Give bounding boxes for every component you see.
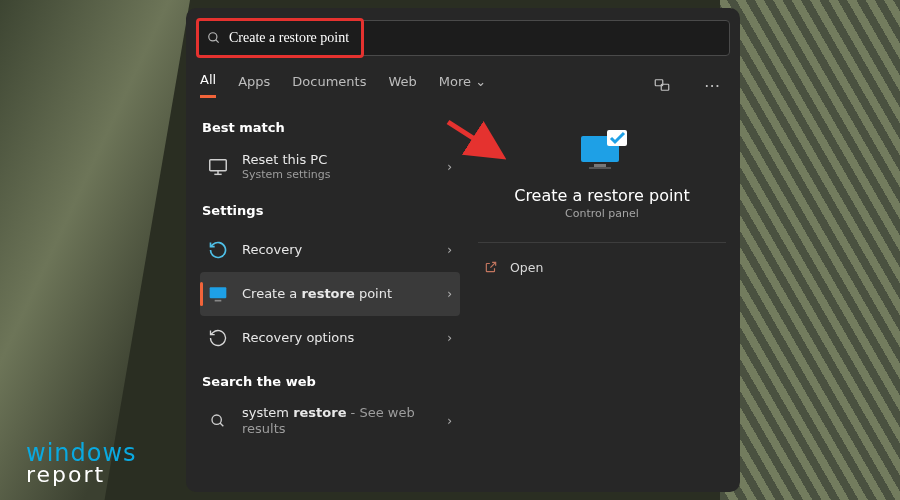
reset-pc-icon (206, 155, 230, 179)
result-label: Recovery (242, 242, 435, 258)
tab-all[interactable]: All (200, 72, 216, 98)
detail-title: Create a restore point (514, 186, 690, 205)
result-title: Reset this PC (242, 152, 435, 168)
separator (478, 242, 726, 243)
filter-tabs: All Apps Documents Web More ⌄ ⋯ (200, 70, 726, 100)
svg-rect-4 (210, 160, 227, 171)
search-panel: All Apps Documents Web More ⌄ ⋯ Best mat… (186, 8, 740, 492)
chevron-right-icon: › (447, 287, 452, 301)
svg-rect-7 (210, 287, 227, 298)
tab-more-label: More (439, 74, 471, 89)
svg-point-9 (212, 415, 221, 424)
chevron-right-icon: › (447, 331, 452, 345)
tab-web[interactable]: Web (388, 74, 416, 97)
result-label: Create a restore point (242, 286, 435, 302)
result-recovery[interactable]: Recovery › (200, 228, 460, 272)
result-subtitle: System settings (242, 168, 435, 182)
chevron-right-icon: › (447, 414, 452, 428)
search-input[interactable] (229, 30, 719, 46)
svg-line-10 (220, 423, 223, 426)
more-options-icon[interactable]: ⋯ (698, 71, 726, 99)
detail-pane: Create a restore point Control panel Ope… (478, 112, 726, 287)
result-label: system restore - See web results (242, 405, 435, 438)
section-heading-best-match: Best match (202, 120, 460, 135)
search-icon (207, 31, 221, 45)
open-external-icon (484, 260, 498, 274)
restore-point-icon (206, 282, 230, 306)
result-reset-this-pc[interactable]: Reset this PC System settings › (200, 145, 460, 189)
svg-line-1 (216, 40, 219, 43)
svg-rect-13 (589, 167, 611, 169)
svg-rect-8 (215, 300, 222, 302)
action-label: Open (510, 260, 543, 275)
recovery-options-icon (206, 326, 230, 350)
results-column: Best match Reset this PC System settings… (200, 112, 460, 443)
linked-devices-icon[interactable] (648, 71, 676, 99)
action-open[interactable]: Open (478, 247, 726, 287)
svg-point-0 (209, 33, 217, 41)
tab-apps[interactable]: Apps (238, 74, 270, 97)
watermark: windows report (26, 442, 137, 486)
svg-rect-12 (594, 164, 606, 167)
chevron-down-icon: ⌄ (475, 74, 486, 89)
tab-documents[interactable]: Documents (292, 74, 366, 97)
search-icon (206, 409, 230, 433)
result-create-restore-point[interactable]: Create a restore point › (200, 272, 460, 316)
section-heading-settings: Settings (202, 203, 460, 218)
detail-app-icon (577, 130, 627, 172)
result-web-system-restore[interactable]: system restore - See web results › (200, 399, 460, 443)
detail-subtitle: Control panel (565, 207, 639, 220)
recovery-icon (206, 238, 230, 262)
search-bar[interactable] (196, 20, 730, 56)
result-recovery-options[interactable]: Recovery options › (200, 316, 460, 360)
chevron-right-icon: › (447, 243, 452, 257)
chevron-right-icon: › (447, 160, 452, 174)
section-heading-web: Search the web (202, 374, 460, 389)
detail-preview: Create a restore point Control panel (478, 112, 726, 236)
result-label: Recovery options (242, 330, 435, 346)
tab-more[interactable]: More ⌄ (439, 74, 486, 97)
